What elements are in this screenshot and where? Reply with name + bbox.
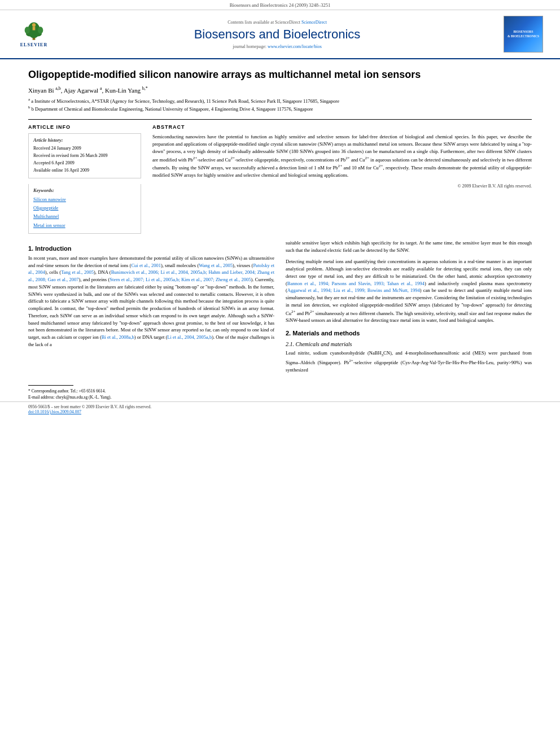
abstract-text: Semiconducting nanowires have the potent… [152,133,532,178]
email-note: E-mail address: cheyk@nus.edu.sg (K.-L. … [28,394,532,400]
right-col-para2: Detecting multiple metal ions and quanti… [286,258,532,324]
ref-cui2001[interactable]: Cui et al., 2001 [131,263,160,268]
article-history-box: Article history: Received 24 January 200… [28,133,141,178]
affiliation-b: b b Department of Chemical and Biomolecu… [28,105,532,113]
body-left-column: 1. Introduction In recent years, more an… [28,239,274,374]
article-section: Oligopeptide-modified silicon nanowire a… [0,59,560,234]
svg-point-6 [32,23,36,27]
received-date: Received 24 January 2009 [33,145,136,152]
svg-point-5 [38,27,43,33]
journal-center: Contents lists available at ScienceDirec… [51,20,504,49]
accepted-date: Accepted 6 April 2009 [33,160,136,167]
ref-li2004[interactable]: Li et al., 2004, 2005a,b [167,334,212,340]
ref-bi2008[interactable]: Bi et al., 2008a,b [102,334,134,340]
materials-methods-title: 2. Materials and methods [286,330,532,337]
journal-citation-bar: Biosensors and Bioelectronics 24 (2009) … [0,0,560,10]
elsevier-tree-icon [23,21,45,41]
keyword-metal-ion-sensor[interactable]: Metal ion sensor [33,221,136,230]
introduction-title: 1. Introduction [28,245,274,252]
introduction-text: In recent years, more and more examples … [28,255,274,348]
journal-homepage: journal homepage: www.elsevier.com/locat… [62,44,492,49]
elsevier-logo: ELSEVIER [17,20,51,49]
doi-text[interactable]: doi:10.1016/j.bios.2009.04.007 [28,409,151,414]
corresponding-author-note: * Corresponding author. Tel.: +65 6516 6… [28,388,532,394]
journal-cover-image: BIOSENSORS & BIOELECTRONICS [504,16,543,53]
journal-title: Biosensors and Bioelectronics [62,27,492,42]
right-col-para1: suitable sensitive layer which exhibits … [286,239,532,254]
svg-point-4 [25,27,30,33]
chemicals-text: Lead nitrite, sodium cyanoborohydride (N… [286,350,532,374]
keywords-box: Keywords: Silicon nanowire Oligopeptide … [28,184,141,234]
chemicals-materials-subtitle: 2.1. Chemicals and materials [286,341,532,347]
history-label: Article history: [33,137,136,143]
bottom-bar: 0956-5663/$ – see front matter © 2009 El… [0,401,560,417]
article-info-column: ARTICLE INFO Article history: Received 2… [28,124,141,233]
keyword-oligopeptide[interactable]: Oligopeptide [33,204,136,212]
main-body: 1. Introduction In recent years, more an… [0,234,560,379]
article-title: Oligopeptide-modified silicon nanowire a… [28,68,532,81]
affiliations: a a Institute of Microelectronics, A*STA… [28,97,532,112]
ref-stern2007[interactable]: Stern et al., 2007; Li et al., 2005a,b; … [110,277,251,282]
ref-wang2005[interactable]: Wang et al., 2005 [199,263,233,268]
abstract-column: ABSTRACT Semiconducting nanowires have t… [152,124,532,233]
affiliation-a: a a Institute of Microelectronics, A*STA… [28,97,532,105]
abstract-header: ABSTRACT [152,124,532,130]
received-revised-date: Received in revised form 26 March 2009 [33,152,136,160]
keyword-multichannel[interactable]: Multichannel [33,212,136,221]
elsevier-label: ELSEVIER [20,42,47,47]
contents-line: Contents lists available at ScienceDirec… [62,20,492,25]
journal-header: ELSEVIER Contents lists available at Sci… [0,10,560,59]
ref-tang2005[interactable]: Tang et al., 2005 [61,269,94,275]
body-right-column: suitable sensitive layer which exhibits … [286,239,532,374]
available-online-date: Available online 16 April 2009 [33,167,136,174]
journal-citation: Biosensors and Bioelectronics 24 (2009) … [230,2,331,8]
svg-rect-7 [33,27,36,30]
footer-divider [28,385,73,386]
ref-aggarwal1994[interactable]: Aggarwal et al., 1994; Liu et al., 1999;… [287,287,420,293]
keywords-label: Keywords: [33,187,136,193]
authors: Xinyan Bi a,b, Ajay Agarwal a, Kun-Lin Y… [28,86,532,94]
article-info-abstract: ARTICLE INFO Article history: Received 2… [28,119,532,233]
article-info-header: ARTICLE INFO [28,124,141,130]
cover-text: BIOSENSORS & BIOELECTRONICS [508,30,539,38]
copyright-notice: 0956-5663/$ – see front matter © 2009 El… [28,404,151,414]
ref-bannon1994[interactable]: Bannon et al., 1994; Parsons and Slavin,… [287,281,425,286]
elsevier-branding: ELSEVIER [17,20,51,49]
keyword-silicon-nanowire[interactable]: Silicon nanowire [33,195,136,204]
journal-url[interactable]: www.elsevier.com/locate/bios [268,44,322,49]
copyright-line: © 2009 Elsevier B.V. All rights reserved… [152,184,532,189]
rights-text: 0956-5663/$ – see front matter © 2009 El… [28,404,151,409]
sciencedirect-link[interactable]: ScienceDirect [301,20,327,25]
footer-area: * Corresponding author. Tel.: +65 6516 6… [0,385,560,401]
